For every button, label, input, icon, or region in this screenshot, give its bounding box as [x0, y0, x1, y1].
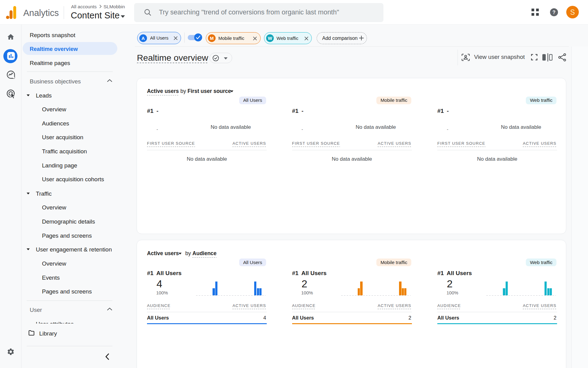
- svg-text:?: ?: [552, 10, 556, 15]
- svg-text:S: S: [570, 8, 575, 16]
